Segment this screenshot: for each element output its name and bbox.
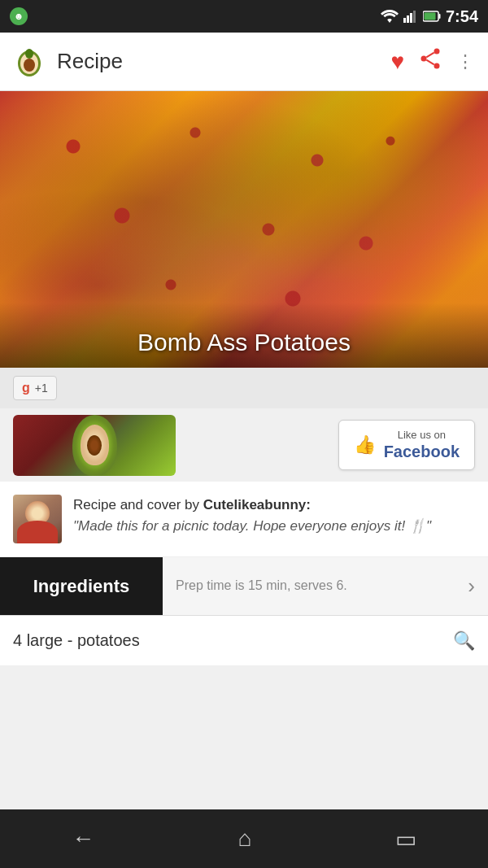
wifi-icon xyxy=(381,10,399,23)
recent-apps-button[interactable]: ▭ xyxy=(395,826,416,853)
share-button[interactable] xyxy=(419,47,442,76)
avocado-bg-image xyxy=(13,415,176,476)
author-avatar xyxy=(13,495,62,543)
status-bar: ☻ 7:54 xyxy=(0,0,488,33)
svg-point-10 xyxy=(25,49,33,59)
facebook-text-block: Like us on Facebook xyxy=(384,429,460,461)
avocado-inner xyxy=(81,425,109,465)
hero-overlay: Bomb Ass Potatoes xyxy=(0,303,488,368)
heart-button[interactable]: ♥ xyxy=(390,49,404,75)
hero-section: Bomb Ass Potatoes xyxy=(0,91,488,368)
status-left: ☻ xyxy=(10,7,28,25)
back-button[interactable]: ← xyxy=(72,826,94,852)
gplus-bar: g +1 xyxy=(0,368,488,408)
facebook-label: Facebook xyxy=(384,442,460,461)
chevron-right-icon[interactable]: › xyxy=(468,574,488,599)
bottom-nav: ← ⌂ ▭ xyxy=(0,809,488,868)
svg-rect-2 xyxy=(410,13,412,23)
ingredients-label-block: Ingredients xyxy=(0,557,163,615)
svg-line-14 xyxy=(426,53,434,58)
facebook-thumb-icon: 👍 xyxy=(354,434,376,456)
svg-line-15 xyxy=(426,60,434,65)
author-text: Recipe and cover by Cutelikeabunny: "Mad… xyxy=(73,495,475,536)
app-bar: Recipe ♥ ⋮ xyxy=(0,33,488,91)
svg-rect-6 xyxy=(424,13,435,20)
hero-title: Bomb Ass Potatoes xyxy=(137,329,351,356)
app-bar-title: Recipe xyxy=(57,49,379,74)
ingredients-bar: Ingredients Prep time is 15 min, serves … xyxy=(0,557,488,616)
author-attribution: Recipe and cover by xyxy=(73,497,203,513)
android-icon: ☻ xyxy=(10,7,28,25)
prep-info: Prep time is 15 min, serves 6. xyxy=(163,577,468,595)
status-time: 7:54 xyxy=(446,7,478,26)
signal-icon xyxy=(403,10,418,23)
author-quote: "Made this for a picnic today. Hope ever… xyxy=(73,518,431,534)
svg-point-9 xyxy=(24,59,35,72)
app-bar-actions: ♥ ⋮ xyxy=(390,47,475,76)
svg-rect-1 xyxy=(407,15,409,23)
search-icon-button[interactable]: 🔍 xyxy=(453,630,475,652)
ingredients-text: Ingredients xyxy=(33,576,130,597)
status-right: 7:54 xyxy=(381,7,478,26)
ingredient-row: 4 large - potatoes 🔍 xyxy=(0,616,488,666)
avocado-shape xyxy=(72,415,117,476)
svg-point-13 xyxy=(434,63,440,69)
gplus-button[interactable]: g +1 xyxy=(13,376,57,400)
ingredient-text: 4 large - potatoes xyxy=(13,631,453,650)
avocado-banner xyxy=(13,415,176,476)
avocado-logo xyxy=(13,46,46,78)
author-section: Recipe and cover by Cutelikeabunny: "Mad… xyxy=(0,482,488,557)
author-name: Cutelikeabunny: xyxy=(203,497,311,513)
home-button[interactable]: ⌂ xyxy=(238,826,252,852)
facebook-section: 👍 Like us on Facebook xyxy=(0,408,488,482)
facebook-like-text: Like us on xyxy=(384,429,460,442)
svg-rect-5 xyxy=(438,14,440,19)
more-options-button[interactable]: ⋮ xyxy=(456,51,475,72)
facebook-like-button[interactable]: 👍 Like us on Facebook xyxy=(338,420,475,470)
gplus-icon: g xyxy=(22,381,30,395)
svg-point-12 xyxy=(421,56,427,62)
gplus-label: +1 xyxy=(35,382,48,395)
svg-rect-0 xyxy=(403,18,406,23)
avocado-pit xyxy=(87,435,102,456)
svg-point-11 xyxy=(434,49,440,55)
battery-icon xyxy=(423,11,441,22)
svg-rect-3 xyxy=(413,11,416,23)
